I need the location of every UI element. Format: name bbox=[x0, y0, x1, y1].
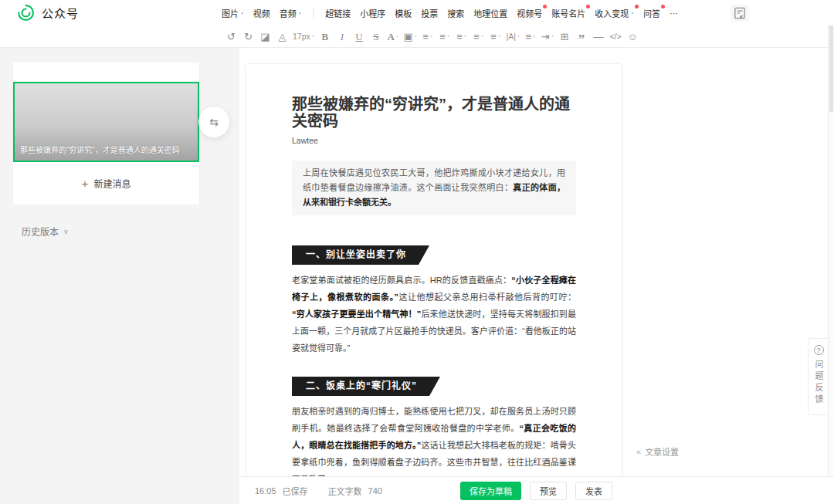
dropdown-caret-icon: · bbox=[631, 8, 634, 18]
topbar-divider bbox=[313, 8, 314, 18]
dropdown-caret-icon: · bbox=[447, 32, 450, 41]
article-settings-button[interactable]: « 文章设置 bbox=[636, 445, 679, 458]
dropdown-caret-icon: · bbox=[517, 32, 520, 41]
article-title-input[interactable]: 那些被嫌弃的“穷讲究”，才是普通人的通关密码 bbox=[292, 96, 576, 130]
notification-dot bbox=[586, 5, 590, 8]
menu-item-search[interactable]: 搜索 bbox=[447, 7, 464, 19]
menu-item-account-card[interactable]: 账号名片 bbox=[551, 7, 585, 19]
align-left-icon[interactable]: ≡· bbox=[421, 29, 434, 44]
footer-buttons: 保存为草稿 预览 发表 bbox=[460, 482, 612, 500]
dropdown-caret-icon: · bbox=[241, 8, 244, 18]
format-painter-icon[interactable]: ◪ bbox=[259, 29, 272, 44]
footer-bar: 16:05 已保存 正文字数 740 保存为草稿 预览 发表 bbox=[239, 476, 834, 504]
sidebar: 那些被嫌弃的“穷讲究”，才是普通人的通关密码 + 新建消息 历史版本 ∨ ⇆ bbox=[0, 48, 239, 504]
section-heading-banner[interactable]: 二、饭桌上的“寒门礼仪” bbox=[292, 377, 440, 396]
menu-item-channels[interactable]: 视频号 bbox=[517, 7, 542, 19]
feedback-tab[interactable]: ? 问题反馈 bbox=[808, 338, 829, 415]
article-section: 二、饭桌上的“寒门礼仪”朋友相亲时遇到的海归博士，能熟练使用七把刀叉，却在服务员… bbox=[292, 377, 576, 476]
article-author-input[interactable]: Lawtee bbox=[292, 136, 576, 145]
article-sections: 一、别让坐姿出卖了你老家堂弟面试被拒的经历颇具启示。HR的反馈直戳痛点：“小伙子… bbox=[292, 245, 576, 476]
line-spacing-icon[interactable]: ≡· bbox=[455, 29, 468, 44]
indent-icon[interactable]: ⇥· bbox=[541, 29, 554, 44]
menu-item-qa[interactable]: 问答 bbox=[643, 7, 660, 19]
word-count-value: 740 bbox=[368, 486, 382, 496]
wechat-mp-logo-icon bbox=[17, 4, 35, 22]
thumbnail-title: 那些被嫌弃的“穷讲究”，才是普通人的通关密码 bbox=[20, 144, 195, 155]
text-indent-icon[interactable]: ≡· bbox=[489, 29, 502, 44]
align-center-icon[interactable]: ≡· bbox=[438, 29, 451, 44]
section-paragraph[interactable]: 老家堂弟面试被拒的经历颇具启示。HR的反馈直戳痛点：“小伙子全程瘫在椅子上，像根… bbox=[292, 272, 576, 357]
letter-spacing-icon[interactable]: |A|· bbox=[506, 29, 520, 44]
preview-button[interactable]: 预览 bbox=[530, 482, 567, 500]
dropdown-caret-icon: · bbox=[312, 32, 315, 41]
undo-icon[interactable]: ↺ bbox=[225, 29, 238, 44]
menu-item-hyperlink[interactable]: 超链接 bbox=[325, 7, 351, 19]
double-chevron-left-icon: « bbox=[636, 447, 641, 456]
divider-line-icon[interactable]: — bbox=[592, 29, 605, 44]
paragraph-spacing-icon[interactable]: ≡· bbox=[472, 29, 485, 44]
menu-item-image[interactable]: 图片· bbox=[222, 7, 244, 19]
intro-paragraph[interactable]: 上周在快餐店遇见位农民工大哥，他把炸鸡撕成小块才递给女儿，用纸巾垫着餐盘边缘擦净… bbox=[292, 161, 576, 215]
brand-name: 公众号 bbox=[42, 5, 79, 21]
menu-item-location[interactable]: 地理位置 bbox=[473, 7, 507, 19]
font-size-select[interactable]: 17px· bbox=[293, 29, 314, 44]
menu-item-monetization[interactable]: 收入变现· bbox=[595, 7, 634, 19]
save-status-label: 已保存 bbox=[283, 485, 308, 497]
notification-dot bbox=[635, 5, 639, 8]
outline-toggle-button[interactable] bbox=[731, 5, 749, 22]
brand[interactable]: 公众号 bbox=[17, 4, 79, 22]
editor-page[interactable]: 那些被嫌弃的“穷讲究”，才是普通人的通关密码 Lawtee 上周在快餐店遇见位农… bbox=[246, 63, 622, 476]
new-message-label: 新建消息 bbox=[93, 177, 131, 190]
history-label: 历史版本 bbox=[22, 225, 59, 238]
menu-item-vote[interactable]: 投票 bbox=[421, 7, 438, 19]
scrollbar-track[interactable] bbox=[828, 0, 834, 504]
blockquote-icon[interactable]: ” bbox=[575, 29, 588, 44]
dropdown-caret-icon: · bbox=[415, 32, 418, 41]
menu-item-audio[interactable]: 音频· bbox=[280, 7, 302, 19]
dropdown-caret-icon: · bbox=[396, 32, 399, 41]
section-heading-banner[interactable]: 一、别让坐姿出卖了你 bbox=[292, 245, 429, 265]
publish-button[interactable]: 发表 bbox=[575, 482, 612, 500]
new-message-button[interactable]: + 新建消息 bbox=[13, 162, 199, 205]
format-toolbar-icons: ↺↻◪◬17px·BIUSA·▣·≡·≡·≡·≡·≡·|A|·≡·⇥·⊞”—</… bbox=[225, 29, 639, 44]
menu-item-more[interactable]: ··· bbox=[670, 8, 678, 18]
menu-item-template[interactable]: 模板 bbox=[395, 7, 412, 19]
table-icon[interactable]: ⊞ bbox=[558, 29, 571, 44]
menu-item-video[interactable]: 视频 bbox=[253, 7, 270, 19]
highlight-color-icon[interactable]: ▣· bbox=[403, 29, 417, 44]
dropdown-caret-icon: · bbox=[481, 32, 484, 41]
article-settings-label: 文章设置 bbox=[645, 445, 679, 458]
list-icon[interactable]: ≡· bbox=[524, 29, 537, 44]
italic-icon[interactable]: I bbox=[335, 29, 348, 44]
clear-format-icon[interactable]: ◬ bbox=[276, 29, 289, 44]
history-versions-button[interactable]: 历史版本 ∨ bbox=[22, 225, 69, 238]
article-thumbnail[interactable]: 那些被嫌弃的“穷讲究”，才是普通人的通关密码 bbox=[13, 82, 199, 162]
topbar-menu: 图片·视频音频·超链接小程序模板投票搜索地理位置视频号账号名片收入变现·问答··… bbox=[222, 0, 678, 25]
swap-arrows-icon: ⇆ bbox=[209, 116, 219, 128]
article-section: 一、别让坐姿出卖了你老家堂弟面试被拒的经历颇具启示。HR的反馈直戳痛点：“小伙子… bbox=[292, 245, 576, 357]
notification-dot bbox=[661, 5, 665, 8]
save-draft-button[interactable]: 保存为草稿 bbox=[460, 482, 521, 500]
dropdown-caret-icon: · bbox=[551, 32, 554, 41]
section-paragraph[interactable]: 朋友相亲时遇到的海归博士，能熟练使用七把刀叉，却在服务员上汤时只顾刷手机。她最终… bbox=[292, 403, 576, 476]
save-status: 16:05 已保存 正文字数 740 bbox=[255, 485, 382, 497]
dropdown-caret-icon: · bbox=[299, 8, 302, 18]
message-card: 那些被嫌弃的“穷讲究”，才是普通人的通关密码 + 新建消息 bbox=[13, 63, 199, 205]
menu-item-miniprogram[interactable]: 小程序 bbox=[360, 7, 385, 19]
dropdown-caret-icon: · bbox=[498, 32, 501, 41]
redo-icon[interactable]: ↻ bbox=[242, 29, 255, 44]
plus-icon: + bbox=[82, 177, 89, 190]
word-count-label: 正文字数 bbox=[328, 485, 362, 497]
code-icon[interactable]: </> bbox=[609, 29, 622, 44]
question-mark-icon: ? bbox=[814, 345, 824, 355]
strikethrough-icon[interactable]: S bbox=[369, 29, 382, 44]
underline-icon[interactable]: U bbox=[352, 29, 365, 44]
feedback-label: 问题反馈 bbox=[812, 360, 825, 406]
bold-icon[interactable]: B bbox=[318, 29, 331, 44]
topbar: 公众号 图片·视频音频·超链接小程序模板投票搜索地理位置视频号账号名片收入变现·… bbox=[0, 0, 834, 25]
notification-dot bbox=[543, 5, 547, 8]
emoji-icon[interactable]: ☺ bbox=[626, 29, 639, 44]
swap-order-button[interactable]: ⇆ bbox=[198, 107, 229, 137]
save-time: 16:05 bbox=[255, 486, 276, 496]
font-color-icon[interactable]: A· bbox=[386, 29, 399, 44]
